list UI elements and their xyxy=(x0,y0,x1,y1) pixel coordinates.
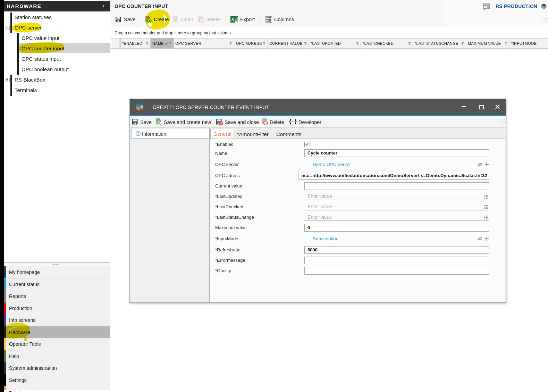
svg-text:X: X xyxy=(231,17,234,22)
